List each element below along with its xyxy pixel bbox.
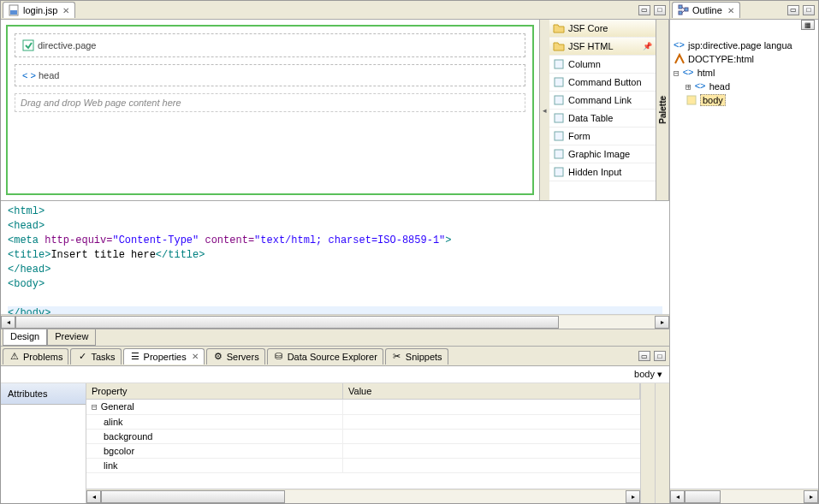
component-icon <box>553 130 565 142</box>
properties-category-attributes[interactable]: Attributes <box>1 383 86 405</box>
head-box[interactable]: < > head <box>15 64 525 86</box>
outline-view-mode-icon[interactable]: ▦ <box>801 20 815 30</box>
property-row[interactable]: background <box>86 430 640 444</box>
tag-icon: <> <box>695 80 707 92</box>
palette-item[interactable]: Form <box>549 127 656 145</box>
view-icon: ⚠ <box>9 351 21 363</box>
component-icon <box>553 148 565 160</box>
view-tab-tasks[interactable]: ✓Tasks <box>70 348 121 365</box>
svg-rect-9 <box>555 168 563 176</box>
expand-icon[interactable]: ⊞ <box>685 81 691 92</box>
editor-tab-label: login.jsp <box>23 5 57 15</box>
properties-scope-dropdown[interactable]: body ▾ <box>634 369 662 380</box>
outline-hscrollbar[interactable]: ◂ ▸ <box>670 489 818 503</box>
editor-hscrollbar[interactable]: ◂ ▸ <box>1 314 669 329</box>
views-tab-bar: ⚠Problems✓Tasks☰Properties✕⚙Servers⛁Data… <box>1 346 669 366</box>
outline-node-doctype[interactable]: DOCTYPE:html <box>674 52 815 66</box>
view-tab-problems[interactable]: ⚠Problems <box>3 348 68 365</box>
outline-tab-bar: Outline ✕ ▭ □ <box>670 1 818 20</box>
outer-vscrollbar[interactable] <box>655 383 669 503</box>
editor-tab-login[interactable]: login.jsp ✕ <box>3 2 75 18</box>
view-tab-snippets[interactable]: ✂Snippets <box>385 348 448 365</box>
folder-icon <box>553 22 565 34</box>
props-hscrollbar[interactable]: ◂ ▸ <box>86 489 640 503</box>
folder-icon <box>553 40 565 52</box>
scroll-left-icon[interactable]: ◂ <box>670 490 685 503</box>
minimize-icon[interactable]: ▭ <box>787 5 799 15</box>
svg-rect-5 <box>555 96 563 104</box>
properties-view: body ▾ Attributes Property Value ⊟Genera… <box>1 366 669 503</box>
palette-item[interactable]: JSF Core <box>549 20 656 38</box>
palette-item[interactable]: Command Link <box>549 92 656 110</box>
svg-rect-12 <box>685 8 688 11</box>
jsp-file-icon <box>9 4 21 16</box>
view-tab-servers[interactable]: ⚙Servers <box>206 348 265 365</box>
outline-tab[interactable]: Outline ✕ <box>672 2 740 18</box>
directive-label: directive.page <box>38 40 97 50</box>
palette-item[interactable]: Command Button <box>549 74 656 92</box>
outline-node-body[interactable]: body <box>674 93 815 107</box>
scroll-right-icon[interactable]: ▸ <box>655 316 669 329</box>
scroll-left-icon[interactable]: ◂ <box>1 316 15 329</box>
scroll-left-icon[interactable]: ◂ <box>86 490 101 503</box>
palette-handle[interactable]: Palette <box>656 20 669 200</box>
palette-item[interactable]: JSF HTML📌 <box>549 38 656 56</box>
svg-rect-1 <box>10 10 17 15</box>
minimize-icon[interactable]: ▭ <box>638 5 650 15</box>
scroll-right-icon[interactable]: ▸ <box>804 490 818 503</box>
palette-item[interactable]: Hidden Input <box>549 163 656 181</box>
collapse-icon[interactable]: ⊟ <box>674 68 680 79</box>
svg-rect-15 <box>687 96 696 104</box>
view-icon: ☰ <box>129 351 141 363</box>
close-icon[interactable]: ✕ <box>62 6 69 15</box>
view-icon: ✓ <box>76 351 88 363</box>
property-row[interactable]: bgcolor <box>86 444 640 459</box>
editor-mode-tabs: Design Preview <box>1 329 669 346</box>
view-minimize-icon[interactable]: ▭ <box>638 351 650 361</box>
property-row[interactable]: ⊟General <box>86 400 640 415</box>
property-row[interactable]: link <box>86 459 640 473</box>
directive-icon <box>22 39 34 51</box>
outline-node-jsp-directive[interactable]: <> jsp:directive.page langua <box>674 39 815 52</box>
svg-rect-4 <box>555 78 563 86</box>
outline-tab-label: Outline <box>692 5 722 15</box>
close-icon[interactable]: ✕ <box>727 6 734 15</box>
component-icon <box>553 76 565 88</box>
view-tab-data-source-explorer[interactable]: ⛁Data Source Explorer <box>267 348 383 365</box>
properties-category-sidebar: Attributes <box>1 383 86 503</box>
view-icon: ✂ <box>391 351 403 363</box>
maximize-icon[interactable]: □ <box>803 5 815 15</box>
svg-rect-7 <box>555 132 563 140</box>
column-header-property[interactable]: Property <box>86 383 343 399</box>
palette-item[interactable]: Column <box>549 56 656 74</box>
outline-tree: <> jsp:directive.page langua DOCTYPE:htm… <box>670 35 818 489</box>
svg-rect-11 <box>679 11 682 15</box>
scroll-right-icon[interactable]: ▸ <box>626 490 640 503</box>
view-maximize-icon[interactable]: □ <box>654 351 666 361</box>
svg-rect-10 <box>679 5 682 9</box>
maximize-icon[interactable]: □ <box>654 5 666 15</box>
tab-preview[interactable]: Preview <box>47 329 96 346</box>
outline-node-html[interactable]: ⊟ <> html <box>674 66 815 80</box>
view-tab-properties[interactable]: ☰Properties✕ <box>123 348 205 365</box>
close-icon[interactable]: ✕ <box>192 352 199 361</box>
component-icon <box>553 112 565 124</box>
palette-item[interactable]: Data Table <box>549 110 656 127</box>
palette-collapse-icon[interactable]: ◂ <box>539 20 549 200</box>
palette-item[interactable]: Graphic Image <box>549 145 656 163</box>
tag-icon: <> <box>683 67 695 79</box>
collapse-icon[interactable]: ⊟ <box>92 401 98 412</box>
property-row[interactable]: alink <box>86 415 640 430</box>
view-icon: ⚙ <box>212 351 224 363</box>
outline-icon <box>678 4 690 16</box>
props-vscrollbar[interactable] <box>640 383 655 503</box>
source-editor[interactable]: <html> <head> <meta http-equiv="Content-… <box>1 201 669 314</box>
tab-design[interactable]: Design <box>3 329 47 346</box>
column-header-value[interactable]: Value <box>343 383 640 399</box>
drop-placeholder[interactable]: Drag and drop Web page content here <box>15 93 525 112</box>
design-canvas[interactable]: directive.page < > head Drag and drop We… <box>6 25 534 195</box>
component-icon <box>553 94 565 106</box>
outline-node-head[interactable]: ⊞ <> head <box>674 80 815 93</box>
directive-page-box[interactable]: directive.page <box>15 33 525 57</box>
palette-list: JSF CoreJSF HTML📌ColumnCommand ButtonCom… <box>549 20 656 200</box>
